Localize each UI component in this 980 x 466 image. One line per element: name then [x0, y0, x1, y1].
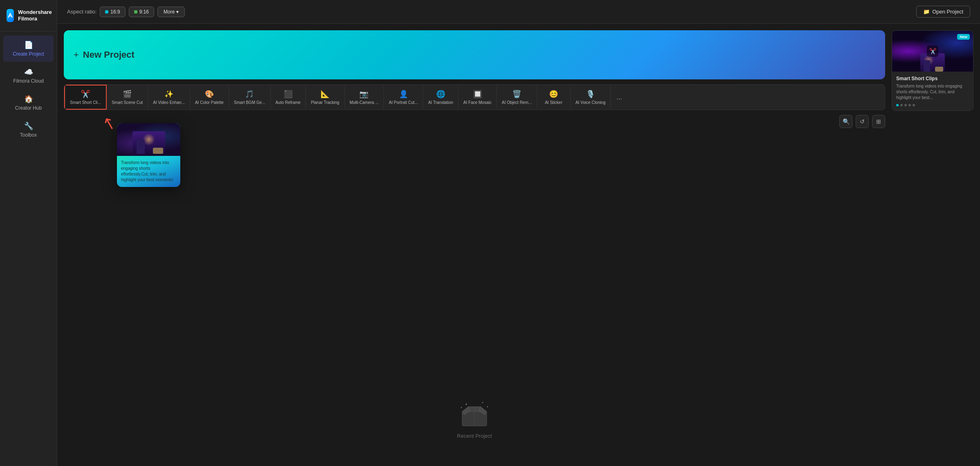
- aspect-ratio-controls: Aspect ratio: 16:9 9:16 More ▾: [67, 7, 185, 17]
- feature-ai-face-mosaic[interactable]: 🔲 AI Face Mosaic: [458, 86, 497, 109]
- refresh-button[interactable]: ↺: [856, 115, 869, 128]
- dot-1: [896, 104, 899, 106]
- center-panel: + New Project ✂️ Smart Short Cli... 🎬 Sm…: [64, 30, 885, 459]
- open-project-button[interactable]: 📁 Open Project: [916, 6, 970, 18]
- card-pagination-dots: [896, 104, 969, 106]
- create-project-icon: 📄: [24, 41, 33, 50]
- feature-label: AI Face Mosaic: [463, 100, 491, 105]
- card-feature-icon: ✂️: [927, 45, 938, 57]
- smart-short-clips-icon: ✂️: [81, 90, 90, 99]
- feature-ai-sticker[interactable]: 😊 AI Sticker: [537, 86, 571, 109]
- ai-color-palette-icon: 🎨: [205, 90, 214, 99]
- sidebar-item-label: Create Project: [13, 51, 44, 57]
- card-description: Transform long videos into engaging shor…: [896, 83, 969, 101]
- ai-video-enhance-icon: ✨: [164, 90, 173, 99]
- feature-smart-bgm-gen[interactable]: 🎵 Smart BGM Ge...: [229, 86, 271, 109]
- sidebar-item-label: Toolbox: [20, 132, 37, 138]
- multi-camera-icon: 📷: [359, 90, 368, 99]
- feature-ai-voice-cloning[interactable]: 🎙️ AI Voice Cloning: [571, 86, 611, 109]
- sidebar-item-label: Creator Hub: [15, 105, 42, 111]
- ai-portrait-cut-icon: 👤: [399, 90, 408, 99]
- hero-title: New Project: [83, 50, 135, 60]
- creator-hub-icon: 🏠: [24, 95, 33, 104]
- feature-label: AI Translation: [428, 100, 453, 105]
- refresh-icon: ↺: [860, 118, 865, 125]
- feature-label: Smart BGM Ge...: [234, 100, 265, 105]
- feature-smart-short-clips[interactable]: ✂️ Smart Short Cli...: [64, 85, 107, 110]
- svg-point-4: [487, 406, 488, 407]
- ai-object-remove-icon: 🗑️: [512, 90, 521, 99]
- sidebar-item-label: Filmora Cloud: [13, 78, 44, 84]
- feature-ai-video-enhance[interactable]: ✨ AI Video Enhan...: [148, 86, 190, 109]
- grid-view-button[interactable]: ⊞: [872, 115, 885, 128]
- smart-scene-cut-icon: 🎬: [123, 90, 132, 99]
- feature-ai-color-palette[interactable]: 🎨 AI Color Palette: [190, 86, 229, 109]
- file-area-actions: 🔍 ↺ ⊞: [839, 115, 885, 128]
- right-panel: New ✂️ Smart Short Clips Transform long …: [892, 30, 973, 459]
- more-aspect-ratios-button[interactable]: More ▾: [157, 7, 185, 17]
- feature-multi-camera[interactable]: 📷 Multi-Camera ...: [345, 86, 384, 109]
- feature-label: AI Voice Cloning: [576, 100, 605, 105]
- feature-ai-portrait-cut[interactable]: 👤 AI Portrait Cut...: [384, 86, 423, 109]
- sidebar: Wondershare Filmora 📄 Create Project ☁️ …: [0, 0, 57, 466]
- svg-point-3: [482, 402, 483, 403]
- aspect-ratio-label: Aspect ratio:: [67, 9, 96, 15]
- card-thumbnail: New ✂️: [892, 31, 973, 72]
- sidebar-item-create-project[interactable]: 📄 Create Project: [3, 36, 54, 62]
- recent-project-label: Recent Project: [457, 433, 492, 439]
- aspect-ratio-9-16-button[interactable]: 9:16: [129, 7, 154, 17]
- app-logo: Wondershare Filmora: [0, 0, 57, 32]
- ai-translation-icon: 🌐: [436, 90, 445, 99]
- workspace-area: ↖ Transform long videos into engaging sh…: [64, 115, 885, 459]
- filmora-cloud-icon: ☁️: [24, 68, 33, 77]
- sidebar-navigation: 📄 Create Project ☁️ Filmora Cloud 🏠 Crea…: [0, 32, 57, 466]
- sidebar-item-toolbox[interactable]: 🔧 Toolbox: [3, 117, 54, 143]
- svg-point-5: [461, 407, 462, 408]
- dot-5: [913, 104, 915, 106]
- features-more-button[interactable]: ...: [611, 90, 628, 105]
- main-content: Aspect ratio: 16:9 9:16 More ▾ 📁 Open Pr…: [57, 0, 980, 466]
- aspect-ratio-16-9-button[interactable]: 16:9: [100, 7, 125, 17]
- logo-icon: [7, 9, 14, 22]
- feature-label: Smart Scene Cut: [112, 100, 143, 105]
- feature-auto-reframe[interactable]: ⬛ Auto Reframe: [271, 86, 306, 109]
- feature-ai-translation[interactable]: 🌐 AI Translation: [423, 86, 458, 109]
- new-project-banner[interactable]: + New Project: [64, 30, 885, 79]
- sidebar-item-filmora-cloud[interactable]: ☁️ Filmora Cloud: [3, 63, 54, 89]
- svg-point-2: [465, 403, 467, 405]
- dot-4: [908, 104, 911, 106]
- app-name: Wondershare Filmora: [18, 9, 52, 22]
- tooltip-description: Transform long videos into engaging shor…: [117, 156, 180, 187]
- recent-projects-area: Recent Project: [457, 399, 492, 439]
- dot-3: [904, 104, 907, 106]
- smart-short-clips-tooltip: Transform long videos into engaging shor…: [117, 123, 180, 187]
- feature-card-smart-short-clips[interactable]: New ✂️ Smart Short Clips Transform long …: [892, 30, 973, 111]
- search-button[interactable]: 🔍: [839, 115, 852, 128]
- dot-2: [900, 104, 903, 106]
- tooltip-preview-image: [117, 123, 180, 156]
- empty-box-icon: [458, 399, 491, 428]
- feature-label: Auto Reframe: [276, 100, 301, 105]
- smart-bgm-gen-icon: 🎵: [245, 90, 254, 99]
- feature-label: Multi-Camera ...: [350, 100, 379, 105]
- feature-label: AI Object Rem...: [502, 100, 531, 105]
- feature-smart-scene-cut[interactable]: 🎬 Smart Scene Cut: [107, 86, 148, 109]
- folder-icon: 📁: [923, 9, 930, 15]
- feature-ai-object-remove[interactable]: 🗑️ AI Object Rem...: [497, 86, 537, 109]
- search-icon: 🔍: [843, 118, 850, 125]
- new-badge: New: [957, 34, 970, 40]
- feature-label: AI Portrait Cut...: [389, 100, 418, 105]
- auto-reframe-icon: ⬛: [284, 90, 293, 99]
- feature-toolbar: ✂️ Smart Short Cli... 🎬 Smart Scene Cut …: [64, 84, 885, 110]
- toolbox-icon: 🔧: [24, 122, 33, 131]
- sidebar-item-creator-hub[interactable]: 🏠 Creator Hub: [3, 90, 54, 116]
- feature-label: AI Sticker: [545, 100, 563, 105]
- ai-sticker-icon: 😊: [549, 90, 558, 99]
- feature-label: AI Color Palette: [195, 100, 224, 105]
- tooltip-arrow: ↖: [101, 113, 118, 133]
- planar-tracking-icon: 📐: [321, 90, 330, 99]
- more-label: More: [164, 9, 175, 15]
- feature-label: Smart Short Cli...: [70, 100, 101, 105]
- feature-planar-tracking[interactable]: 📐 Planar Tracking: [306, 86, 344, 109]
- content-area: + New Project ✂️ Smart Short Cli... 🎬 Sm…: [57, 24, 980, 466]
